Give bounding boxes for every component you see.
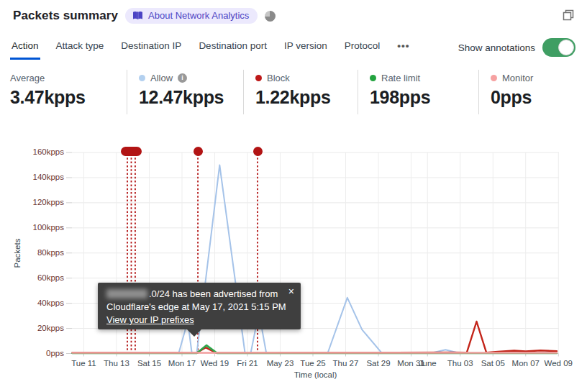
- annotation-tooltip: × .0/24 has been advertised from Cloudfl…: [98, 283, 301, 329]
- packets-chart: Packets Time (local) × .0/24 has been ad…: [0, 140, 587, 392]
- redacted-ip-prefix: [106, 289, 147, 298]
- show-annotations-control: Show annotations: [458, 38, 575, 57]
- tooltip-line1: .0/24 has been advertised from: [106, 288, 292, 301]
- restore-window-icon[interactable]: [562, 9, 575, 24]
- packets-chart-svg[interactable]: [65, 152, 560, 365]
- stat-value: 0pps: [491, 87, 587, 108]
- view-ip-prefixes-link[interactable]: View your IP prefixes: [106, 314, 194, 325]
- tab-destination-ip[interactable]: Destination IP: [119, 37, 183, 60]
- tab-protocol[interactable]: Protocol: [343, 37, 382, 60]
- toggle-knob: [558, 40, 574, 55]
- tab-bar: ActionAttack typeDestination IPDestinati…: [10, 37, 411, 60]
- stat-block: Block1.22kpps: [244, 70, 358, 114]
- stat-label: Monitor: [502, 73, 533, 83]
- stats-row: Average3.47kppsAllowi12.47kppsBlock1.22k…: [10, 70, 587, 114]
- annotation-marker[interactable]: [194, 147, 203, 156]
- stat-value: 12.47kpps: [139, 87, 243, 108]
- panel-header: Packets summary About Network Analytics: [13, 8, 276, 24]
- usage-pie-icon[interactable]: [265, 11, 276, 22]
- annotation-marker[interactable]: [253, 147, 263, 156]
- stat-value: 3.47kpps: [10, 87, 127, 108]
- y-axis-tick-label: 20kpps: [4, 324, 64, 332]
- y-axis-tick-label: 160kpps: [4, 147, 64, 156]
- packets-summary-panel: Packets summary About Network Analytics …: [0, 0, 587, 392]
- y-axis-tick-label: 60kpps: [4, 273, 64, 282]
- monitor-legend-dot: [491, 75, 497, 81]
- stat-rate-limit: Rate limit198pps: [358, 70, 479, 114]
- tab-more[interactable]: •••: [396, 37, 411, 60]
- stat-label: Average: [10, 73, 45, 83]
- tab-action[interactable]: Action: [10, 37, 40, 60]
- info-icon[interactable]: i: [178, 73, 187, 83]
- rate-limit-legend-dot: [370, 75, 376, 81]
- allow-legend-dot: [139, 75, 145, 81]
- badge-label: About Network Analytics: [148, 10, 249, 21]
- tooltip-line2: Cloudflare's edge at May 17, 2021 5:15 P…: [106, 301, 292, 314]
- stat-average: Average3.47kpps: [10, 70, 127, 114]
- show-annotations-toggle[interactable]: [542, 38, 575, 57]
- y-axis-tick-label: 140kpps: [4, 173, 64, 181]
- stat-label: Block: [267, 73, 290, 83]
- stat-label: Allow: [150, 73, 173, 83]
- block-legend-dot: [255, 75, 262, 81]
- x-axis-tick-label: Wed 09: [535, 359, 581, 368]
- stat-label: Rate limit: [381, 73, 420, 83]
- page-title: Packets summary: [13, 9, 118, 23]
- tooltip-close-icon[interactable]: ×: [288, 285, 294, 298]
- stat-value: 198pps: [370, 87, 478, 108]
- about-network-analytics-badge[interactable]: About Network Analytics: [125, 8, 258, 24]
- y-axis-tick-label: 40kpps: [4, 298, 64, 307]
- tab-attack-type[interactable]: Attack type: [55, 37, 106, 60]
- tooltip-pointer: [186, 329, 202, 337]
- tab-ip-version[interactable]: IP version: [283, 37, 329, 60]
- tab-destination-port[interactable]: Destination port: [197, 37, 268, 60]
- annotation-marker[interactable]: [121, 147, 142, 156]
- x-axis-title: Time (local): [72, 370, 559, 379]
- y-axis-tick-label: 100kpps: [4, 223, 64, 232]
- book-icon: [132, 11, 143, 20]
- show-annotations-label: Show annotations: [458, 42, 535, 53]
- y-axis-tick-label: 0pps: [4, 349, 64, 357]
- stat-allow: Allowi12.47kpps: [127, 70, 244, 114]
- stat-monitor: Monitor0pps: [479, 70, 587, 114]
- stat-value: 1.22kpps: [255, 87, 358, 108]
- y-axis-tick-label: 80kpps: [4, 248, 64, 257]
- y-axis-tick-label: 120kpps: [4, 198, 64, 206]
